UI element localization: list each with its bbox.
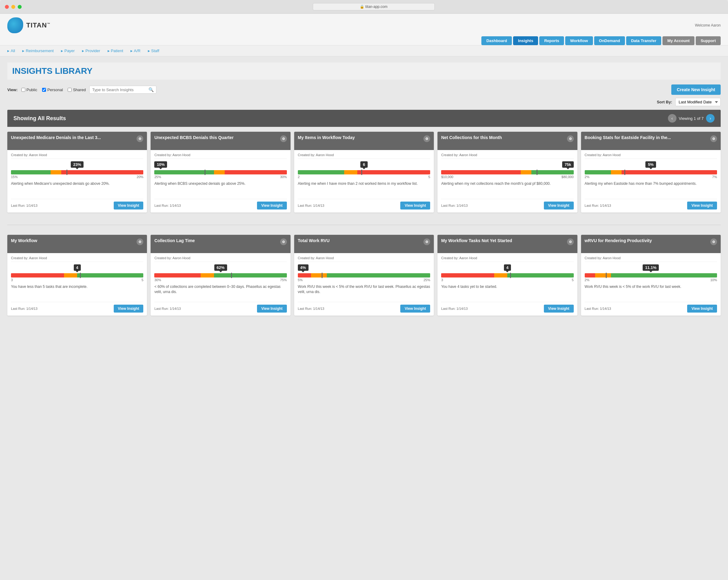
gauge-label-right: 7% [712,175,717,179]
nav-dashboard[interactable]: Dashboard [482,36,512,45]
view-insight-button[interactable]: View Insight [687,305,717,312]
settings-icon[interactable]: ⚙ [423,238,430,245]
last-run-label: Last Run: 1/14/13 [298,204,324,207]
cards-section-1: Unexpected Medicare Denials in the Last … [7,127,721,222]
gauge-segment-green [507,273,573,277]
view-insight-button[interactable]: View Insight [400,202,430,209]
gauge-segment-red [225,170,287,174]
logo-text: TITAN™ [26,21,50,29]
next-page-button[interactable]: › [706,114,714,123]
results-title: Showing All Results [14,115,66,122]
window-chrome: 🔒 titan-app.com [0,0,728,14]
gauge-segment-red [298,273,311,277]
maximize-dot[interactable] [18,5,22,9]
gauge-label-left: 15% [11,175,18,179]
settings-icon[interactable]: ⚙ [423,135,430,142]
filter-shared-checkbox[interactable] [68,88,72,92]
gauge-label-left: 2% [585,278,590,282]
sub-nav-payer[interactable]: Payer [61,49,75,53]
prev-page-button[interactable]: ‹ [668,114,676,123]
view-insight-button[interactable]: View Insight [544,305,574,312]
search-input[interactable] [92,87,147,92]
card-title: Net Collections for this Month [441,135,567,140]
sub-nav-patient[interactable]: Patient [108,49,123,53]
gauge-marker [361,170,362,175]
view-insight-button[interactable]: View Insight [257,202,287,209]
gauge-label-right: 75% [280,278,287,282]
nav-my-account[interactable]: My Account [662,36,695,45]
settings-icon[interactable]: ⚙ [136,135,143,142]
nav-ondemand[interactable]: OnDemand [594,36,625,45]
settings-icon[interactable]: ⚙ [280,238,287,245]
gauge-segment-green [77,273,143,277]
settings-icon[interactable]: ⚙ [280,135,287,142]
filter-public[interactable]: Public [21,87,37,92]
card-header: My Workflow Tasks Not Yet Started ⚙ [438,235,577,253]
sub-nav-ar[interactable]: A/R [130,49,140,53]
filter-personal-checkbox[interactable] [42,88,46,92]
create-insight-button[interactable]: Create New Insight [671,84,721,95]
sub-nav-all[interactable]: All [7,49,15,53]
gauge-callout: 4% [298,264,309,271]
gauge-segment-green [327,273,430,277]
view-insight-button[interactable]: View Insight [687,202,717,209]
gauge-track [441,273,573,277]
settings-icon[interactable]: ⚙ [710,135,717,142]
view-insight-button[interactable]: View Insight [544,202,574,209]
sub-nav-provider[interactable]: Provider [82,49,100,53]
view-insight-button[interactable]: View Insight [400,305,430,312]
gauge-container: 62% 30% 75% [154,264,287,282]
insight-card-card8: Total Work RVU ⚙ Created by: Aaron Hood … [294,235,434,316]
close-dot[interactable] [5,5,9,9]
sub-nav-reimbursement[interactable]: Reimbursement [22,49,54,53]
section-divider [7,225,721,225]
gauge-segment-green [611,273,717,277]
view-insight-button[interactable]: View Insight [114,202,144,209]
card-footer: Last Run: 1/14/13 View Insight [585,302,717,312]
filter-public-checkbox[interactable] [21,88,25,92]
settings-icon[interactable]: ⚙ [710,238,717,245]
nav-insights[interactable]: Insights [513,36,538,45]
settings-icon[interactable]: ⚙ [567,135,574,142]
filter-personal[interactable]: Personal [42,87,63,92]
minimize-dot[interactable] [11,5,15,9]
view-insight-button[interactable]: View Insight [114,305,144,312]
toolbar: View: Public Personal Shared 🔍 [7,84,721,95]
card-description: You have 4 tasks yet to be started. [441,284,573,299]
gauge-callout: 75k [562,161,574,168]
gauge-label-left: 30% [154,278,161,282]
last-run-label: Last Run: 1/14/13 [585,307,611,310]
gauge-track [298,170,430,174]
sort-select[interactable]: Last Modified Date [675,98,721,106]
nav-workflow[interactable]: Workflow [565,36,593,45]
gauge-marker [205,170,206,175]
gauge-marker [624,170,625,175]
gauge-bar-wrapper [11,170,143,174]
nav-data-transfer[interactable]: Data Transfer [626,36,661,45]
gauge-segment-yellow [311,273,327,277]
gauge-segment-red [622,170,717,174]
nav-support[interactable]: Support [696,36,721,45]
sub-nav-staff[interactable]: Staff [148,49,159,53]
card-header: Unexpected BCBS Denials this Quarter ⚙ [151,132,290,150]
gauge-callout: 4 [74,264,81,271]
gauge-bar-wrapper [585,273,717,277]
card-description: < 60% of collections are completed betwe… [154,284,287,299]
gauge-label-right: 20% [136,175,143,179]
sort-label: Sort By: [657,100,672,104]
gauge-marker [322,273,322,278]
gauge-callout: 6 [360,161,367,168]
filter-shared[interactable]: Shared [68,87,86,92]
card-header: Total Work RVU ⚙ [294,235,434,253]
gauge-segment-yellow [521,170,531,174]
nav-reports[interactable]: Reports [539,36,564,45]
card-title: Unexpected Medicare Denials in the Last … [11,135,136,140]
gauge-segment-yellow [494,273,507,277]
gauge-segment-red [61,170,143,174]
settings-icon[interactable]: ⚙ [136,238,143,245]
view-insight-button[interactable]: View Insight [257,305,287,312]
gauge-callout: 4 [504,264,511,271]
gauge-container: 5% 2% 7% [585,161,717,179]
settings-icon[interactable]: ⚙ [567,238,574,245]
card-header: wRVU for Rendering Productivity ⚙ [581,235,721,253]
